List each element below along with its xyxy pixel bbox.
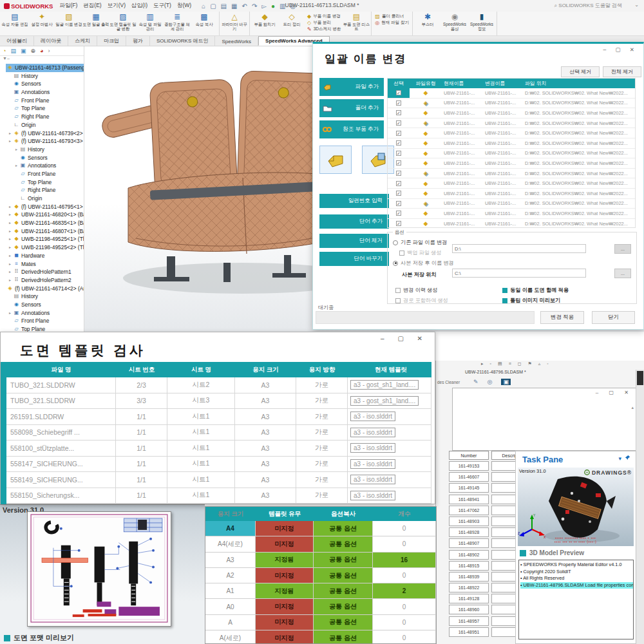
tree-item[interactable]: ▸◆UWB-21198-49525<1> (Thu [0,235,84,243]
propertymanager-tab-icon[interactable]: ▤ [10,48,16,54]
row-select-cell[interactable]: ✓ [388,171,410,176]
ribbon-button[interactable]: ▨폴더 클리너 [375,14,409,19]
checkbox-icon[interactable] [395,298,401,303]
checkbox-backup[interactable]: 백업 파일 생성 [399,249,442,256]
tree-item[interactable]: ▸▣Annotations [0,162,84,170]
table-row[interactable]: ✓◈UBW-21161-...UBW-21161-...D:₩02. SOLID… [388,118,635,129]
row-select-cell[interactable]: ✓ [388,221,410,226]
table-row[interactable]: ✓◆UBW-21161-...UBW-21161-...D:₩02. SOLID… [388,138,635,149]
tree-item[interactable]: ▣Annotations [0,88,84,97]
expand-arrow-icon[interactable]: ▸ [8,268,12,276]
toolbar-icon[interactable]: ◎ [488,379,493,385]
background-scrollbar[interactable] [636,370,644,644]
apply-button[interactable]: 변경 적용 [540,311,584,324]
table-row[interactable]: A미지정공통 옵션0 [205,615,436,630]
chevron-down-icon[interactable]: ▾ [618,455,621,462]
tree-item[interactable]: ▸▤History [0,146,84,154]
tree-item[interactable]: ▸◆(f) UBW-21161-46795<1> ( [0,203,84,211]
remove-word-button[interactable]: 단어 제거 [319,234,389,248]
checkbox-icon[interactable]: ✓ [396,181,401,186]
tree-item[interactable]: ▤History [0,72,84,80]
ribbon-button[interactable]: ▤속성 자동 편집 [1,12,28,35]
help-search[interactable]: ⌕ SOLIDWORKS 도움말 검색 [554,2,622,9]
checkbox-icon[interactable]: ✓ [396,151,401,156]
table-row[interactable]: ✓◈UBW-21161-...UBW-21161-...D:₩02. SOLID… [388,169,635,179]
checkbox-icon[interactable]: ✓ [396,221,401,226]
copy-browse-button[interactable]: ... [614,269,631,278]
tree-item[interactable]: ▸▣Annotations [0,309,84,317]
tree-item[interactable]: ▤History [0,292,84,301]
table-row[interactable]: A0미지정공통 옵션0 [205,599,436,614]
tree-item[interactable]: ◉Sensors [0,154,84,162]
ribbon-button[interactable]: ▨도면 템플릿 일괄 변환 [109,12,137,35]
tree-item[interactable]: ▱Top Plane [0,178,84,187]
menu-item[interactable]: 삽입(I) [131,2,147,10]
rebuild-icon[interactable]: ● [271,3,275,10]
home-icon[interactable]: ⌂ [202,3,205,10]
tree-item[interactable]: ▸⠿DerivedHolePattern2 [0,276,84,285]
table-row[interactable]: 558100_stÜtzplatte...1/1시트1A3가로a3 - iso.… [6,440,431,457]
ribbon-button[interactable]: ◎현재 파일 찾기 [375,20,409,26]
tree-item[interactable]: ▱Front Plane [0,317,84,325]
tree-item[interactable]: ∟Origin [0,194,84,203]
ribbon-button[interactable]: ▤부품 도면 리스트 [343,12,370,35]
tree-item[interactable]: ▸◈(f) UBW-21161-46793<3> (Back [0,137,84,146]
menu-item[interactable]: 창(W) [177,2,191,10]
table-row[interactable]: ✓◆UBW-21161-...UBW-21161-...D:₩02. SOLID… [388,178,635,189]
ribbon-button[interactable]: ◆부품 이름 변경 [307,14,341,19]
featuremanager-tab-icon[interactable]: ◔ [3,48,6,54]
table-row[interactable]: ✓◆UBW-21161-...UBW-21161-...D:₩02. SOLID… [388,108,635,118]
checkbox-icon[interactable] [399,251,404,256]
expand-arrow-icon[interactable]: ▸ [8,276,12,285]
display-manager-tab-icon[interactable]: ◕ [40,48,43,54]
tree-item[interactable]: ▱Right Plane [0,113,84,121]
table-row[interactable]: A2미지정공통 옵션0 [205,568,436,583]
template-window-controls[interactable]: – ▢ ✕ [381,335,428,342]
add-reference-button[interactable]: 참조 부품 추가 [319,120,384,138]
checkbox-icon-checked[interactable] [502,298,507,303]
tree-item[interactable]: ▱Right Plane [0,186,84,194]
checkbox-icon-checked[interactable] [502,288,507,293]
menu-item[interactable]: 편집(E) [83,2,101,10]
expand-arrow-icon[interactable]: ▸ [8,243,12,252]
expand-arrow-icon[interactable]: ▸ [8,203,12,211]
row-select-cell[interactable]: ✓ [388,140,410,146]
radio-rename-existing[interactable]: 기존 파일 이름 변경 [393,239,447,246]
expand-arrow-icon[interactable]: ▸ [8,309,12,317]
table-row[interactable]: A4미지정공통 옵션0 [205,521,436,536]
table-row[interactable]: 558149_SICHERUNG...1/1시트1A3가로a3 - iso.sl… [6,472,431,488]
expand-arrow-icon[interactable]: ▸ [8,227,12,236]
row-select-cell[interactable]: ✓ [388,88,410,98]
table-row[interactable]: 558147_SICHERUNG...1/1시트1A3가로a3 - iso.sl… [6,457,431,473]
radio-icon[interactable] [393,240,398,245]
tree-item[interactable]: ▸◆UBW-21161-46835<1> (Bac [0,219,84,227]
row-select-cell[interactable]: ✓ [388,181,410,186]
checkbox-icon[interactable]: ✓ [396,191,401,196]
expand-arrow-icon[interactable]: ▸ [8,219,12,227]
select-arrow-icon[interactable]: ▻ [261,3,267,10]
row-select-cell[interactable]: ✓ [388,191,410,196]
checkbox-icon[interactable]: ✓ [396,160,401,166]
expand-arrow-icon[interactable]: ▸ [14,146,19,154]
part-mode-button[interactable] [319,146,352,174]
checkbox-include-path[interactable]: 경로 포함하여 생성 [395,297,448,304]
toolbar-icon[interactable]: ✎ [473,379,478,385]
row-select-cell[interactable]: ✓ [388,201,410,206]
checkbox-icon[interactable]: ✓ [396,90,401,95]
replace-word-button[interactable]: 단어 바꾸기 [319,252,389,266]
checkbox-icon[interactable]: ✓ [396,140,401,146]
table-row[interactable]: 558098_Schiebegriff ...1/1시트1A3가로a3 - is… [6,425,431,441]
checkbox-icon[interactable]: ✓ [396,131,401,136]
tree-item[interactable]: ◉Sensors [0,80,84,88]
menu-item[interactable]: 도구(T) [153,2,171,10]
expand-arrow-icon[interactable]: ▸ [8,211,12,219]
undo-icon[interactable]: ↶ [242,3,247,10]
add-folder-button[interactable]: 폴더 추가 [319,99,384,117]
expand-arrow-icon[interactable]: ▸ [8,260,12,269]
tree-item[interactable]: ▸◆UWB-21198-49525<2> (Thu [0,243,84,252]
rename-window-controls[interactable]: – ▢ ✕ [603,46,638,53]
radio-save-copy[interactable]: 사본 저장 후 이름 변경 [393,260,454,267]
redo-icon[interactable]: ↷ [252,3,257,10]
background-dialog-controls[interactable]: – ▢ ✕ [596,390,633,395]
table-row[interactable]: ✓◈UBW-21161-...UBW-21161-...D:₩02. SOLID… [388,99,635,109]
